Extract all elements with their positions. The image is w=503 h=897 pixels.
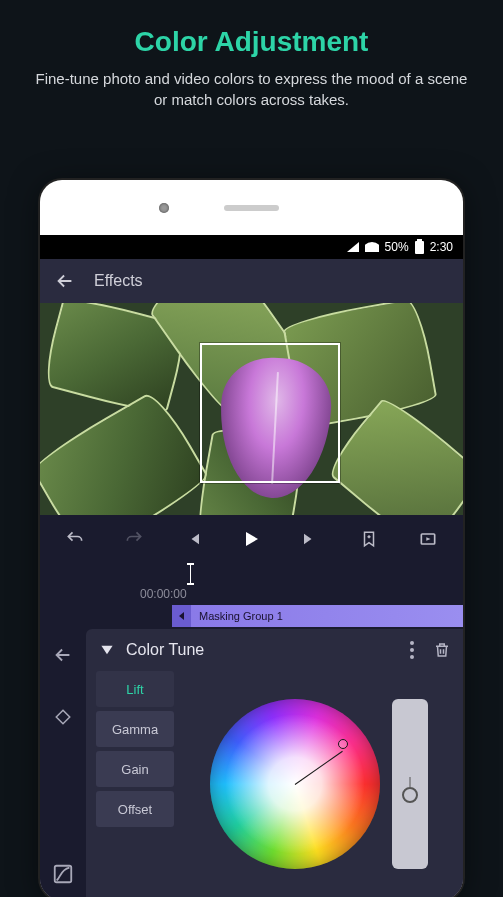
keyframe-icon[interactable]	[51, 705, 75, 729]
timeline-clip[interactable]: Masking Group 1	[191, 605, 463, 627]
timeline[interactable]: 00:00:00 Masking Group 1	[40, 563, 463, 627]
panel-rail	[40, 629, 86, 897]
svg-point-3	[410, 648, 414, 652]
phone-hardware-top	[40, 180, 463, 235]
fullscreen-icon[interactable]	[415, 526, 441, 552]
panel-title: Color Tune	[126, 641, 393, 659]
speaker-grille	[224, 205, 279, 211]
svg-point-2	[410, 641, 414, 645]
header-title: Effects	[94, 272, 143, 290]
play-button[interactable]	[238, 526, 264, 552]
bookmark-add-icon[interactable]	[356, 526, 382, 552]
brightness-slider[interactable]	[392, 699, 428, 869]
panel-body: Color Tune Lift Gamma Gain Offset	[86, 629, 463, 897]
tab-lift[interactable]: Lift	[96, 671, 174, 707]
video-preview[interactable]	[40, 303, 463, 515]
playhead[interactable]	[190, 563, 191, 585]
skip-end-button[interactable]	[297, 526, 323, 552]
undo-button[interactable]	[62, 526, 88, 552]
timecode: 00:00:00	[140, 587, 187, 601]
panel-back-icon[interactable]	[51, 643, 75, 667]
clip-handle[interactable]	[172, 605, 191, 627]
phone-frame: 50% 2:30 Effects	[40, 180, 463, 897]
delete-icon[interactable]	[431, 639, 453, 661]
redo-button[interactable]	[121, 526, 147, 552]
tab-offset[interactable]: Offset	[96, 791, 174, 827]
preview-image	[40, 388, 212, 515]
collapse-icon[interactable]	[96, 639, 118, 661]
tab-gamma[interactable]: Gamma	[96, 711, 174, 747]
promo-subtitle: Fine-tune photo and video colors to expr…	[0, 58, 503, 110]
status-bar: 50% 2:30	[40, 235, 463, 259]
signal-icon	[347, 242, 359, 252]
battery-percent: 50%	[385, 240, 409, 254]
color-wheel[interactable]	[210, 699, 380, 869]
tab-gain[interactable]: Gain	[96, 751, 174, 787]
wheel-indicator-dot[interactable]	[338, 739, 348, 749]
skip-start-button[interactable]	[180, 526, 206, 552]
wifi-icon	[365, 242, 379, 252]
svg-point-4	[410, 655, 414, 659]
back-icon[interactable]	[54, 270, 76, 292]
panel-header: Color Tune	[96, 639, 453, 661]
promo-title: Color Adjustment	[0, 0, 503, 58]
transport-bar	[40, 515, 463, 563]
app-header: Effects	[40, 259, 463, 303]
color-tabs: Lift Gamma Gain Offset	[96, 671, 174, 897]
wheel-indicator-line	[294, 750, 342, 784]
clip-label: Masking Group 1	[199, 610, 283, 622]
selection-box[interactable]	[200, 343, 340, 483]
curves-icon[interactable]	[51, 862, 75, 886]
camera-dot	[159, 203, 169, 213]
app-screen: Effects	[40, 259, 463, 897]
slider-thumb[interactable]	[399, 777, 421, 799]
battery-icon	[415, 241, 424, 254]
clock: 2:30	[430, 240, 453, 254]
more-icon[interactable]	[401, 639, 423, 661]
effects-panel: Color Tune Lift Gamma Gain Offset	[40, 629, 463, 897]
